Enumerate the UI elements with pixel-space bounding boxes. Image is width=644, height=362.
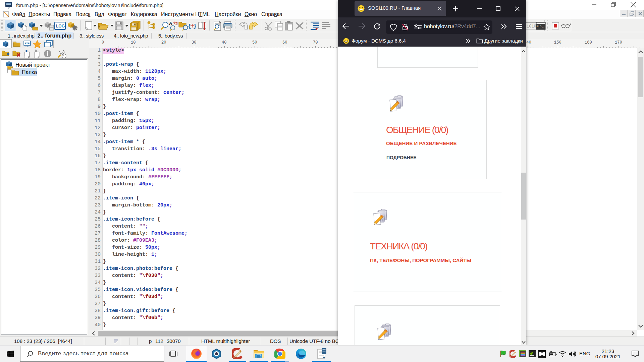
svg-text:}: }	[193, 23, 197, 29]
svg-text:LOG: LOG	[56, 24, 65, 28]
svg-text:1010: 1010	[527, 24, 536, 29]
svg-text:A: A	[169, 21, 172, 26]
svg-text:C:\_: C:\_	[537, 25, 543, 28]
svg-text:FTP: FTP	[25, 42, 30, 45]
svg-text:2: 2	[175, 21, 178, 26]
svg-text:{: {	[188, 23, 191, 29]
